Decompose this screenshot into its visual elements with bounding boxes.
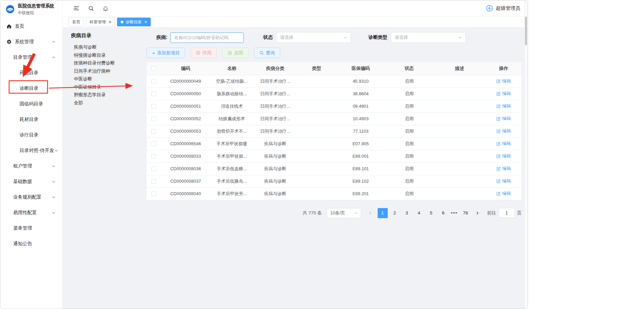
top-header: 超级管理员 xyxy=(63,0,528,17)
goto-page-input[interactable] xyxy=(499,208,515,218)
table-row[interactable]: CD0000008037 手术后低胰岛... 疾病与诊断 E89.102 启用 … xyxy=(147,175,522,187)
edit-button[interactable]: 编辑 xyxy=(496,115,511,122)
cell-type xyxy=(297,125,336,137)
edit-button[interactable]: 编辑 xyxy=(496,91,511,97)
tab-department-mgmt[interactable]: 科室管理 × xyxy=(86,18,115,26)
select-all-checkbox[interactable] xyxy=(151,66,156,71)
catalog-item-special-chronic[interactable]: 特慢病诊断目录 xyxy=(68,51,140,59)
sidebar-item-catalog-mapping[interactable]: 目录对照-待开发 xyxy=(0,143,62,158)
cell-type xyxy=(297,162,336,175)
table-row[interactable]: CD0000000052 结膜囊成形术 日间手术治疗... 10.4903 启用… xyxy=(147,112,522,125)
catalog-item-payment-by-disease[interactable]: 按病种目录付费诊断 xyxy=(68,59,140,67)
edit-label: 编辑 xyxy=(502,128,511,134)
hamburger-menu-icon[interactable] xyxy=(73,5,80,11)
edit-label: 编辑 xyxy=(502,190,511,197)
sidebar-item-notice[interactable]: 通知公告 xyxy=(0,236,62,252)
edit-button[interactable]: 编辑 xyxy=(496,128,511,134)
sidebar-item-home[interactable]: 首页 xyxy=(0,19,62,34)
next-page-button[interactable] xyxy=(472,208,482,218)
scrollbar-thumb[interactable] xyxy=(525,17,527,45)
catalog-item-all[interactable]: 全部 xyxy=(68,99,140,107)
row-checkbox[interactable] xyxy=(151,79,156,84)
more-pages-icon[interactable]: ••• xyxy=(449,210,460,215)
table-row[interactable]: CD0000000051 泪道挂线术 日间手术治疗... 09.4901 启用 … xyxy=(147,100,522,112)
catalog-item-day-surgery[interactable]: 日间手术治疗病种 xyxy=(68,67,140,75)
table-row[interactable]: CD0000000053 肋骨切开术不... 日间手术治疗... 77.1103… xyxy=(147,125,522,137)
ban-circle-icon xyxy=(196,51,200,55)
sidebar-item-business-rules[interactable]: 业务规则配置 xyxy=(0,189,62,205)
query-button[interactable]: 查询 xyxy=(254,48,280,58)
add-item-label: 添加新项目 xyxy=(157,50,180,56)
table-row[interactable]: CD0000000049 空肠-乙状结肠... 日间手术治疗... 45.931… xyxy=(147,75,522,87)
table-row[interactable]: CD0000008036 手术后低血糖... 疾病与诊断 E89.101 启用 … xyxy=(147,162,522,175)
sidebar-item-catalog-mgmt[interactable]: 目录管理 xyxy=(0,50,62,65)
edit-button[interactable]: 编辑 xyxy=(496,178,511,184)
sidebar-item-consumables-catalog[interactable]: 耗材目录 xyxy=(0,112,62,127)
catalog-item-tcm-diagnosis[interactable]: 中医诊断 xyxy=(68,75,140,83)
row-checkbox[interactable] xyxy=(151,92,156,96)
edit-button[interactable]: 编辑 xyxy=(496,78,511,84)
table-row[interactable]: CD0000008033 手术后甲状腺... 疾病与诊断 E89.001 启用 … xyxy=(147,150,522,162)
page-number-6[interactable]: 6 xyxy=(438,208,448,218)
row-checkbox[interactable] xyxy=(151,141,156,146)
table-row[interactable]: CD0000008040 手术后甲状旁... 疾病与诊断 E89.201 启用 … xyxy=(147,187,522,200)
check-circle-icon xyxy=(228,51,232,55)
edit-button[interactable]: 编辑 xyxy=(496,165,511,172)
row-checkbox[interactable] xyxy=(151,104,156,109)
close-icon[interactable]: × xyxy=(109,20,111,24)
page-number-1[interactable]: 1 xyxy=(378,208,388,218)
diagnosis-type-select[interactable]: 请选择 xyxy=(391,32,466,43)
sidebar-item-treatment-catalog[interactable]: 诊疗目录 xyxy=(0,127,62,143)
sidebar-item-diagnosis-catalog[interactable]: 诊断目录 xyxy=(0,81,62,96)
page-number-2[interactable]: 2 xyxy=(390,208,400,218)
row-checkbox[interactable] xyxy=(151,191,156,196)
tab-home[interactable]: 首页 xyxy=(68,18,84,26)
status-select[interactable]: 请选择 xyxy=(276,32,351,43)
sidebar-item-label: 业务规则配置 xyxy=(13,194,41,200)
sidebar-item-drug-catalog[interactable]: 药品目录 xyxy=(0,65,62,81)
sidebar-item-system-mgmt[interactable]: 系统管理 xyxy=(0,34,62,50)
search-icon[interactable] xyxy=(88,5,94,11)
enable-button[interactable]: 启用 xyxy=(222,48,248,58)
table-row[interactable]: CD0000000050 肠系膜动脉结... 日间手术治疗... 38.8604… xyxy=(147,87,522,100)
page-number-3[interactable]: 3 xyxy=(402,208,412,218)
sidebar-item-basic-data[interactable]: 基础数据 xyxy=(0,174,62,189)
page-number-4[interactable]: 4 xyxy=(414,208,424,218)
close-icon[interactable]: × xyxy=(144,20,147,24)
edit-button[interactable]: 编辑 xyxy=(496,190,511,197)
row-checkbox[interactable] xyxy=(151,129,156,134)
sidebar-item-label: 诊疗目录 xyxy=(20,132,38,138)
page-number-5[interactable]: 5 xyxy=(426,208,436,218)
add-item-button[interactable]: + 添加新项目 xyxy=(147,48,185,58)
disease-search-input[interactable] xyxy=(170,32,244,43)
row-checkbox[interactable] xyxy=(151,117,156,121)
sidebar-item-tenant-mgmt[interactable]: 租户管理 xyxy=(0,158,62,174)
user-menu[interactable]: 超级管理员 xyxy=(486,4,521,12)
user-name: 超级管理员 xyxy=(496,5,521,11)
row-checkbox[interactable] xyxy=(151,166,156,171)
disable-button[interactable]: 停用 xyxy=(191,48,217,58)
catalog-item-disease-diagnosis[interactable]: 疾病与诊断 xyxy=(68,43,140,51)
catalog-item-tcm-syndrome[interactable]: 中医证候目录 xyxy=(68,83,140,91)
page-number-78[interactable]: 78 xyxy=(461,208,471,218)
catalog-item-tumor-morphology[interactable]: 肿瘤形态学目录 xyxy=(68,91,140,99)
sidebar-item-national-code-catalog[interactable]: 国临码目录 xyxy=(0,96,62,112)
sidebar-item-menu-mgmt[interactable]: 菜单管理 xyxy=(0,221,62,236)
edit-label: 编辑 xyxy=(502,165,511,172)
edit-button[interactable]: 编辑 xyxy=(496,140,511,147)
row-checkbox[interactable] xyxy=(151,179,156,184)
cell-code: CD0000008036 xyxy=(161,162,210,175)
edit-button[interactable]: 编辑 xyxy=(496,103,511,109)
row-checkbox[interactable] xyxy=(151,154,156,159)
page-size-select[interactable]: 10条/页 xyxy=(327,208,361,218)
cell-type xyxy=(297,150,336,162)
sidebar-item-usability-config[interactable]: 易用性配置 xyxy=(0,205,62,221)
tab-diagnosis-catalog[interactable]: 诊断目录 × xyxy=(117,18,151,26)
cell-status: 启用 xyxy=(385,75,433,87)
type-select-placeholder: 请选择 xyxy=(395,34,408,41)
edit-button[interactable]: 编辑 xyxy=(496,153,511,159)
table-row[interactable]: CD0000006546 手术后甲状腺瘘 疾病与诊断 E07.805 启用 编辑 xyxy=(147,137,522,150)
notification-bell-icon[interactable] xyxy=(103,5,109,11)
prev-page-button[interactable] xyxy=(365,208,375,218)
sidebar-item-label: 易用性配置 xyxy=(13,210,37,216)
